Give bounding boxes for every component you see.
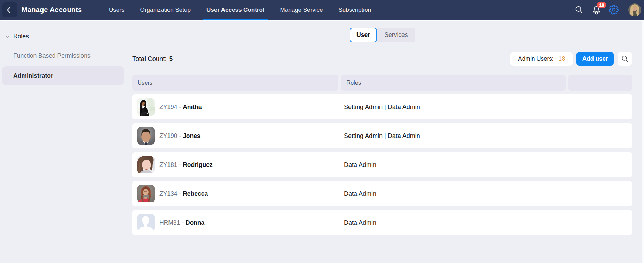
row-avatar-man-grey-suit-tie: [137, 127, 155, 145]
total-count: Total Count: 5: [132, 52, 173, 66]
table-row[interactable]: HRM31 - Donna Data Admin: [132, 210, 632, 235]
back-button[interactable]: [2, 2, 17, 17]
user-id: ZY134: [159, 190, 178, 197]
total-count-value: 5: [169, 55, 173, 63]
table-row[interactable]: ZY194 - Anitha Setting Admin | Data Admi…: [132, 94, 632, 119]
admin-users-value: 18: [558, 55, 565, 62]
roles-cell: Setting Admin | Data Admin: [344, 132, 420, 140]
table-row[interactable]: ZY134 - Rebecca Data Admin: [132, 181, 632, 206]
user-cell: ZY134 - Rebecca: [159, 190, 208, 198]
user-id: ZY194: [159, 103, 178, 110]
roles-cell: Data Admin: [344, 190, 376, 198]
toolbar: Total Count: 5 Admin Users: 18 Add user: [132, 52, 632, 66]
id-name-separator: -: [182, 219, 184, 226]
admin-users-label: Admin Users:: [518, 55, 553, 62]
user-id: ZY190: [159, 132, 178, 139]
view-switch: User Services: [350, 28, 415, 42]
user-cell: ZY194 - Anitha: [159, 103, 202, 111]
user-name: Rebecca: [183, 190, 208, 197]
column-header-actions: [568, 75, 632, 91]
user-name: Anitha: [183, 103, 202, 110]
table-row[interactable]: ZY181 - Rodriguez Data Admin: [132, 152, 632, 177]
id-name-separator: -: [179, 190, 181, 197]
top-nav: UsersOrganization SetupUser Access Contr…: [109, 0, 371, 20]
nav-item-subscription[interactable]: Subscription: [338, 0, 371, 20]
nav-item-organization-setup[interactable]: Organization Setup: [140, 0, 191, 20]
nav-item-manage-service[interactable]: Manage Service: [280, 0, 323, 20]
table-header: Users Roles: [132, 75, 632, 91]
notifications-button[interactable]: 18: [588, 0, 605, 20]
row-avatar-woman-dark-hair-black-suit: [137, 98, 155, 116]
total-count-label: Total Count:: [132, 55, 167, 63]
roles-cell: Data Admin: [344, 219, 376, 226]
scrollbar-track[interactable]: [642, 21, 644, 263]
chevron-down-icon: [5, 34, 10, 39]
sidebar-group-label: Roles: [13, 33, 29, 40]
column-header-roles: Roles: [341, 75, 566, 91]
tab-user[interactable]: User: [350, 28, 377, 42]
search-icon: [574, 5, 583, 14]
user-cell: ZY181 - Rodriguez: [159, 161, 213, 169]
row-avatar-placeholder-person: [137, 214, 155, 231]
profile-avatar[interactable]: [628, 3, 641, 16]
search-icon: [621, 55, 629, 63]
topbar-right: 18: [570, 0, 644, 20]
id-name-separator: -: [179, 161, 181, 168]
tab-services[interactable]: Services: [377, 28, 415, 42]
id-name-separator: -: [179, 103, 181, 110]
user-cell: HRM31 - Donna: [159, 219, 204, 226]
user-id: HRM31: [159, 219, 180, 226]
table-row[interactable]: ZY190 - Jones Setting Admin | Data Admin: [132, 123, 632, 148]
page-title: Manage Accounts: [22, 0, 82, 20]
roles-cell: Data Admin: [344, 161, 376, 169]
column-header-users: Users: [132, 75, 338, 91]
nav-item-users[interactable]: Users: [109, 0, 125, 20]
admin-users-count[interactable]: Admin Users: 18: [510, 52, 573, 66]
add-user-button[interactable]: Add user: [576, 52, 614, 66]
sidebar-group-roles[interactable]: Roles: [5, 31, 29, 41]
user-name: Jones: [183, 132, 201, 139]
topbar: Manage Accounts UsersOrganization SetupU…: [0, 0, 644, 20]
row-avatar-woman-auburn-hair-red-top: [137, 185, 155, 202]
user-name: Donna: [186, 219, 204, 226]
profile-avatar-image: [628, 3, 641, 16]
user-id: ZY181: [159, 161, 178, 168]
topbar-underlay: [0, 20, 644, 21]
gear-icon: [609, 5, 619, 15]
arrow-left-icon: [6, 6, 14, 14]
roles-cell: Setting Admin | Data Admin: [344, 103, 420, 111]
id-name-separator: -: [179, 132, 181, 139]
sidebar-item-administrator[interactable]: Administrator: [2, 66, 124, 85]
table-search-button[interactable]: [618, 52, 632, 66]
settings-button[interactable]: [605, 0, 622, 20]
nav-item-user-access-control[interactable]: User Access Control: [206, 0, 265, 20]
search-button[interactable]: [570, 0, 588, 20]
row-avatar-woman-brown-hair-white-sweater: [137, 156, 155, 173]
user-cell: ZY190 - Jones: [159, 132, 201, 140]
user-name: Rodriguez: [183, 161, 213, 168]
sidebar-item-function-based-permissions[interactable]: Function Based Permissions: [2, 46, 124, 65]
table-body: ZY194 - Anitha Setting Admin | Data Admi…: [132, 94, 632, 239]
